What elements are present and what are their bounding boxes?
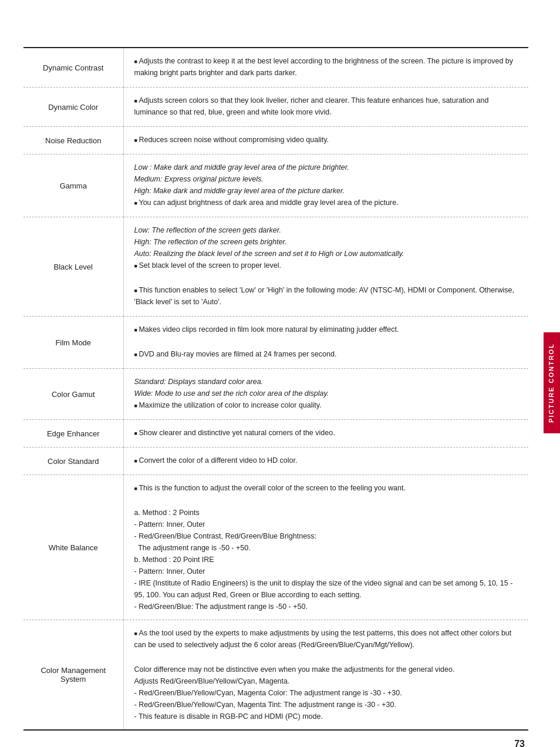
table-row: Black LevelLow: The reflection of the sc…: [23, 217, 528, 317]
table-row: White BalanceThis is the function to adj…: [23, 475, 528, 620]
page-number: 73: [514, 739, 525, 747]
table-row: Noise ReductionReduces screen noise with…: [23, 127, 528, 154]
table-row: Color Management SystemAs the tool used …: [23, 620, 528, 731]
row-description: Convert the color of a different video t…: [123, 447, 528, 475]
table-row: Color GamutStandard: Displays standard c…: [23, 369, 528, 420]
table-row: Edge EnhancerShow clearer and distinctiv…: [23, 420, 528, 447]
row-label: Dynamic Contrast: [23, 48, 123, 88]
row-label: Black Level: [23, 217, 123, 317]
page-wrapper: PICTURE CONTROL Dynamic ContrastAdjusts …: [0, 0, 560, 747]
row-description: Makes video clips recorded in film look …: [123, 317, 528, 369]
row-description: Adjusts the contrast to keep it at the b…: [123, 48, 528, 88]
row-label: White Balance: [23, 475, 123, 620]
row-description: Low: The reflection of the screen gets d…: [123, 217, 528, 317]
table-row: Dynamic ContrastAdjusts the contrast to …: [23, 48, 528, 88]
row-description: Show clearer and distinctive yet natural…: [123, 420, 528, 447]
row-label: Edge Enhancer: [23, 420, 123, 447]
row-description: Reduces screen noise without compromisin…: [123, 127, 528, 154]
sidebar-tab: PICTURE CONTROL: [544, 332, 560, 433]
table-row: GammaLow : Make dark and middle gray lev…: [23, 154, 528, 217]
row-description: Low : Make dark and middle gray level ar…: [123, 154, 528, 217]
main-table: Dynamic ContrastAdjusts the contrast to …: [23, 47, 528, 731]
row-description: Adjusts screen colors so that they look …: [123, 88, 528, 127]
row-label: Color Standard: [23, 447, 123, 475]
row-description: Standard: Displays standard color area.W…: [123, 369, 528, 420]
row-label: Noise Reduction: [23, 127, 123, 154]
row-label: Dynamic Color: [23, 88, 123, 127]
row-label: Gamma: [23, 154, 123, 217]
table-row: Dynamic ColorAdjusts screen colors so th…: [23, 88, 528, 127]
row-label: Film Mode: [23, 317, 123, 369]
row-label: Color Management System: [23, 620, 123, 731]
row-description: This is the function to adjust the overa…: [123, 475, 528, 620]
table-row: Color StandardConvert the color of a dif…: [23, 447, 528, 475]
row-label: Color Gamut: [23, 369, 123, 420]
row-description: As the tool used by the experts to make …: [123, 620, 528, 731]
table-row: Film ModeMakes video clips recorded in f…: [23, 317, 528, 369]
